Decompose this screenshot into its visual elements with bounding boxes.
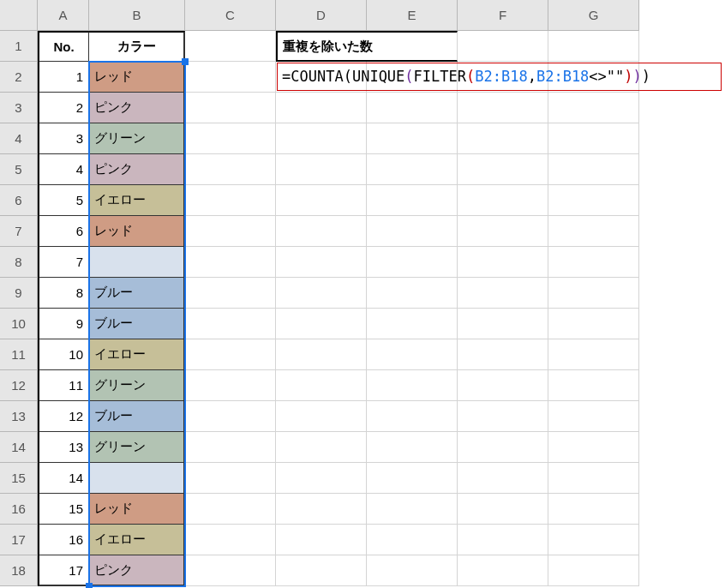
cell-D13[interactable] <box>276 401 367 432</box>
cell-E7[interactable] <box>367 216 458 247</box>
cell-C13[interactable] <box>185 401 276 432</box>
cell-B2[interactable]: レッド <box>89 62 185 93</box>
cell-B9[interactable]: ブルー <box>89 278 185 309</box>
cell-A18[interactable]: 17 <box>38 555 89 586</box>
cell-E9[interactable] <box>367 278 458 309</box>
cell-B12[interactable]: グリーン <box>89 370 185 401</box>
cell-D9[interactable] <box>276 278 367 309</box>
cell-B5[interactable]: ピンク <box>89 154 185 185</box>
cell-C7[interactable] <box>185 216 276 247</box>
cell-D11[interactable] <box>276 339 367 370</box>
cell-B11[interactable]: イエロー <box>89 339 185 370</box>
cell-B16[interactable]: レッド <box>89 494 185 525</box>
cell-A13[interactable]: 12 <box>38 401 89 432</box>
cell-A11[interactable]: 10 <box>38 339 89 370</box>
cell-E5[interactable] <box>367 154 458 185</box>
row-header-7[interactable]: 7 <box>0 216 38 247</box>
cell-G3[interactable] <box>548 93 639 123</box>
cell-D12[interactable] <box>276 370 367 401</box>
cell-A6[interactable]: 5 <box>38 185 89 216</box>
cell-F3[interactable] <box>458 93 548 123</box>
cell-E17[interactable] <box>367 525 458 555</box>
cell-G17[interactable] <box>548 525 639 555</box>
row-header-18[interactable]: 18 <box>0 555 38 586</box>
cell-C6[interactable] <box>185 185 276 216</box>
cell-D5[interactable] <box>276 154 367 185</box>
cell-B10[interactable]: ブルー <box>89 309 185 339</box>
cell-E14[interactable] <box>367 432 458 463</box>
cell-C5[interactable] <box>185 154 276 185</box>
cell-B7[interactable]: レッド <box>89 216 185 247</box>
cell-E12[interactable] <box>367 370 458 401</box>
cell-A12[interactable]: 11 <box>38 370 89 401</box>
cell-F16[interactable] <box>458 494 548 525</box>
cell-C17[interactable] <box>185 525 276 555</box>
cell-A16[interactable]: 15 <box>38 494 89 525</box>
cell-F11[interactable] <box>458 339 548 370</box>
cell-E4[interactable] <box>367 123 458 154</box>
col-header-E[interactable]: E <box>367 0 458 31</box>
cell-D4[interactable] <box>276 123 367 154</box>
row-header-13[interactable]: 13 <box>0 401 38 432</box>
cell-F7[interactable] <box>458 216 548 247</box>
cell-G8[interactable] <box>548 247 639 278</box>
cell-C2[interactable] <box>185 62 276 93</box>
cell-D6[interactable] <box>276 185 367 216</box>
corner-cell[interactable] <box>0 0 38 31</box>
cell-F8[interactable] <box>458 247 548 278</box>
cell-E10[interactable] <box>367 309 458 339</box>
cell-G12[interactable] <box>548 370 639 401</box>
cell-E3[interactable] <box>367 93 458 123</box>
cell-G6[interactable] <box>548 185 639 216</box>
cell-G16[interactable] <box>548 494 639 525</box>
row-header-1[interactable]: 1 <box>0 31 38 62</box>
col-header-B[interactable]: B <box>89 0 185 31</box>
cell-A7[interactable]: 6 <box>38 216 89 247</box>
cell-G4[interactable] <box>548 123 639 154</box>
cell-E16[interactable] <box>367 494 458 525</box>
cell-F15[interactable] <box>458 463 548 494</box>
cell-F9[interactable] <box>458 278 548 309</box>
row-header-9[interactable]: 9 <box>0 278 38 309</box>
cell-C15[interactable] <box>185 463 276 494</box>
cell-F10[interactable] <box>458 309 548 339</box>
cell-B8[interactable] <box>89 247 185 278</box>
cell-A10[interactable]: 9 <box>38 309 89 339</box>
cell-G13[interactable] <box>548 401 639 432</box>
cell-D15[interactable] <box>276 463 367 494</box>
cell-G10[interactable] <box>548 309 639 339</box>
row-header-8[interactable]: 8 <box>0 247 38 278</box>
row-header-14[interactable]: 14 <box>0 432 38 463</box>
cell-B18[interactable]: ピンク <box>89 555 185 586</box>
cell-E11[interactable] <box>367 339 458 370</box>
cell-F17[interactable] <box>458 525 548 555</box>
row-header-12[interactable]: 12 <box>0 370 38 401</box>
cell-G1[interactable] <box>548 31 639 62</box>
cell-A15[interactable]: 14 <box>38 463 89 494</box>
cell-A9[interactable]: 8 <box>38 278 89 309</box>
cell-G15[interactable] <box>548 463 639 494</box>
cell-G5[interactable] <box>548 154 639 185</box>
cell-A14[interactable]: 13 <box>38 432 89 463</box>
cell-C11[interactable] <box>185 339 276 370</box>
row-header-16[interactable]: 16 <box>0 494 38 525</box>
row-header-10[interactable]: 10 <box>0 309 38 339</box>
row-header-3[interactable]: 3 <box>0 93 38 123</box>
cell-G9[interactable] <box>548 278 639 309</box>
cell-A17[interactable]: 16 <box>38 525 89 555</box>
cell-C3[interactable] <box>185 93 276 123</box>
cell-B1[interactable]: カラー <box>89 31 185 62</box>
cell-D17[interactable] <box>276 525 367 555</box>
row-header-2[interactable]: 2 <box>0 62 38 93</box>
cell-F14[interactable] <box>458 432 548 463</box>
cell-A3[interactable]: 2 <box>38 93 89 123</box>
cell-F13[interactable] <box>458 401 548 432</box>
col-header-F[interactable]: F <box>458 0 548 31</box>
row-header-5[interactable]: 5 <box>0 154 38 185</box>
cell-D7[interactable] <box>276 216 367 247</box>
cell-D3[interactable] <box>276 93 367 123</box>
cell-B13[interactable]: ブルー <box>89 401 185 432</box>
cell-F18[interactable] <box>458 555 548 586</box>
cell-E8[interactable] <box>367 247 458 278</box>
cell-C18[interactable] <box>185 555 276 586</box>
